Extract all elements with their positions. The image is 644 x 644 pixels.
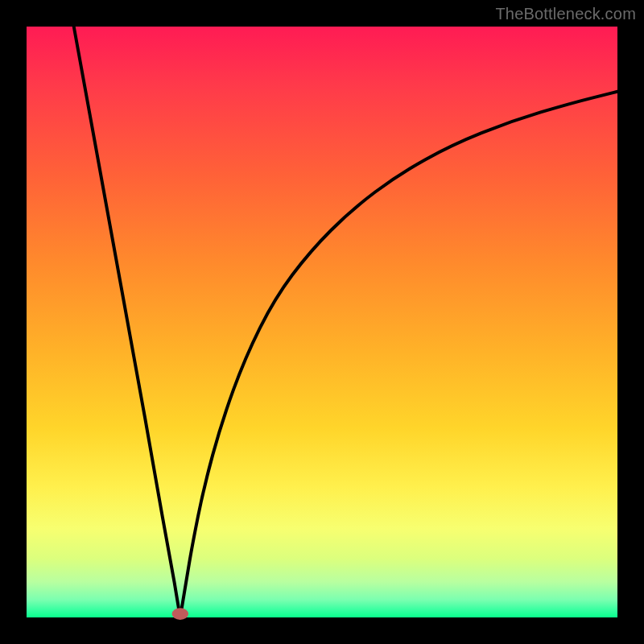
bottleneck-curve-right (180, 92, 617, 617)
min-marker (172, 608, 189, 620)
bottleneck-curve-left (74, 27, 180, 617)
plot-area (27, 27, 617, 617)
curve-svg (27, 27, 617, 617)
chart-stage: TheBottleneck.com (0, 0, 644, 644)
watermark-text: TheBottleneck.com (495, 5, 636, 23)
